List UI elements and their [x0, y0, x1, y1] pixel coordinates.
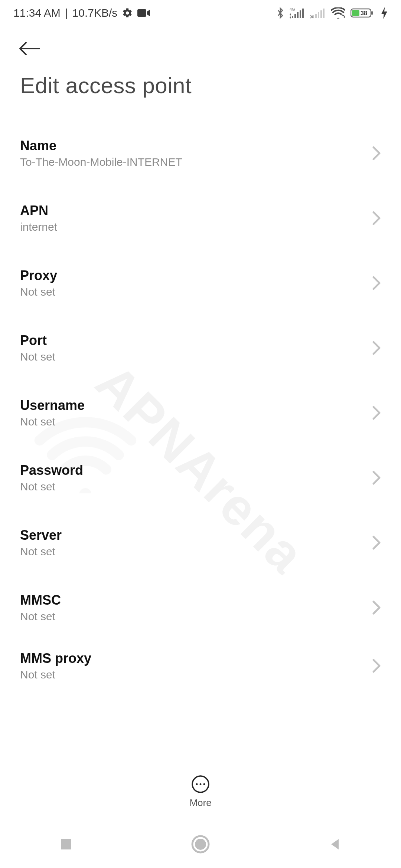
- android-nav-bar: [0, 820, 401, 868]
- row-value: Not set: [20, 415, 85, 428]
- row-label: APN: [20, 203, 57, 218]
- chevron-right-icon: [372, 600, 381, 615]
- row-value: Not set: [20, 545, 62, 558]
- row-apn[interactable]: APN internet: [0, 185, 401, 250]
- wifi-icon: [331, 7, 345, 19]
- svg-rect-9: [318, 12, 319, 18]
- row-value: Not set: [20, 610, 61, 623]
- row-mmsc[interactable]: MMSC Not set: [0, 575, 401, 640]
- chevron-right-icon: [372, 146, 381, 161]
- row-port[interactable]: Port Not set: [0, 315, 401, 380]
- chevron-right-icon: [372, 405, 381, 420]
- nav-home-icon[interactable]: [191, 835, 210, 854]
- chevron-right-icon: [372, 341, 381, 355]
- chevron-right-icon: [372, 658, 381, 673]
- row-label: Name: [20, 138, 182, 154]
- row-mms-proxy[interactable]: MMS proxy Not set: [0, 640, 401, 692]
- status-divider: |: [65, 7, 68, 19]
- camera-icon: [137, 9, 150, 17]
- signal-nosim-icon: [310, 7, 326, 19]
- chevron-right-icon: [372, 211, 381, 226]
- svg-rect-11: [323, 9, 325, 18]
- svg-rect-20: [61, 839, 71, 849]
- svg-rect-8: [315, 14, 317, 18]
- row-value: To-The-Moon-Mobile-INTERNET: [20, 156, 182, 168]
- battery-icon: 38: [351, 7, 376, 19]
- settings-list: Name To-The-Moon-Mobile-INTERNET APN int…: [0, 113, 401, 692]
- svg-rect-10: [320, 10, 322, 18]
- svg-rect-15: [352, 10, 359, 16]
- battery-pct: 38: [361, 10, 367, 16]
- bluetooth-icon: [276, 7, 284, 19]
- row-label: Port: [20, 333, 55, 348]
- chevron-right-icon: [372, 276, 381, 290]
- svg-rect-2: [292, 16, 293, 18]
- svg-point-18: [200, 783, 202, 785]
- status-bar: 11:34 AM | 10.7KB/s 4G: [0, 0, 401, 26]
- row-username[interactable]: Username Not set: [0, 380, 401, 445]
- nav-back-icon[interactable]: [327, 837, 342, 852]
- row-label: Proxy: [20, 268, 57, 283]
- row-value: Not set: [20, 351, 55, 363]
- status-net-speed: 10.7KB/s: [72, 7, 118, 19]
- svg-rect-6: [302, 9, 304, 18]
- svg-rect-4: [297, 12, 299, 18]
- row-value: Not set: [20, 286, 57, 298]
- svg-text:4G: 4G: [290, 7, 295, 11]
- svg-rect-0: [137, 9, 146, 17]
- nav-recent-icon[interactable]: [59, 837, 74, 852]
- svg-point-19: [203, 783, 205, 785]
- status-time: 11:34 AM: [13, 7, 61, 19]
- row-label: Server: [20, 527, 62, 543]
- row-value: Not set: [20, 668, 91, 681]
- row-name[interactable]: Name To-The-Moon-Mobile-INTERNET: [0, 121, 401, 185]
- chevron-right-icon: [372, 535, 381, 550]
- row-label: MMS proxy: [20, 651, 91, 666]
- chevron-right-icon: [372, 470, 381, 485]
- svg-rect-5: [300, 10, 301, 18]
- row-label: Username: [20, 398, 85, 413]
- back-arrow-icon[interactable]: [18, 41, 41, 56]
- gear-icon: [122, 7, 133, 19]
- signal-4g-icon: 4G: [290, 7, 305, 19]
- more-label: More: [189, 797, 211, 809]
- svg-rect-14: [371, 11, 373, 15]
- more-icon: [191, 775, 210, 793]
- row-server[interactable]: Server Not set: [0, 510, 401, 575]
- row-value: Not set: [20, 480, 83, 493]
- svg-rect-3: [294, 14, 296, 18]
- row-label: Password: [20, 463, 83, 478]
- charging-icon: [381, 7, 388, 19]
- row-proxy[interactable]: Proxy Not set: [0, 250, 401, 315]
- row-password[interactable]: Password Not set: [0, 445, 401, 510]
- row-label: MMSC: [20, 592, 61, 608]
- svg-point-17: [196, 783, 198, 785]
- more-button[interactable]: More: [0, 775, 401, 809]
- svg-point-22: [195, 839, 206, 850]
- page-title: Edit access point: [0, 69, 401, 113]
- row-value: internet: [20, 221, 57, 233]
